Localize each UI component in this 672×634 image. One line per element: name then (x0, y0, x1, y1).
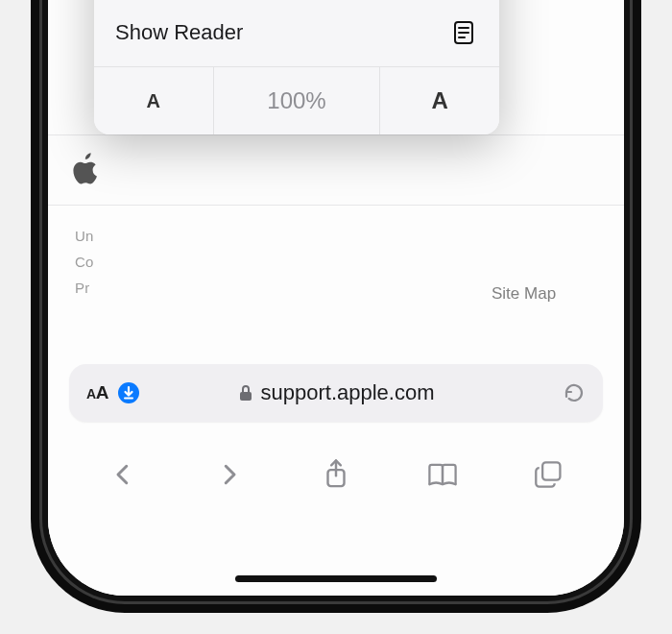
screen-viewport: Un Co Pr Site Map Show IP Address (48, 0, 624, 596)
iphone-device-frame: Un Co Pr Site Map Show IP Address (48, 0, 624, 596)
urlbar-area: AA support.apple.com (48, 360, 624, 437)
footer-link-text: Un (75, 223, 94, 249)
reload-button[interactable] (563, 381, 586, 404)
page-navbar (48, 134, 624, 206)
home-indicator[interactable] (235, 575, 437, 582)
menu-item-label: Show Reader (115, 20, 449, 45)
lock-icon (238, 383, 253, 402)
zoom-decrease-button[interactable]: A (94, 67, 214, 134)
download-indicator-icon[interactable] (118, 382, 139, 403)
back-button[interactable] (94, 451, 152, 498)
text-size-icon[interactable]: AA (86, 382, 108, 403)
site-map-link[interactable]: Site Map (492, 284, 556, 304)
menu-item-show-reader[interactable]: Show Reader (94, 0, 499, 67)
url-host: support.apple.com (69, 380, 603, 405)
zoom-controls: A 100% A (94, 67, 499, 134)
footer-link-text: Pr (75, 275, 94, 301)
svg-rect-15 (542, 462, 560, 479)
url-bar[interactable]: AA support.apple.com (69, 364, 603, 422)
url-host-text: support.apple.com (261, 380, 435, 405)
svg-rect-13 (240, 392, 252, 401)
bookmarks-button[interactable] (414, 451, 471, 498)
reader-icon (449, 18, 478, 47)
forward-button (201, 451, 258, 498)
zoom-level-display: 100% (214, 67, 381, 134)
apple-logo-icon (73, 153, 100, 185)
zoom-increase-button[interactable]: A (380, 67, 499, 134)
tabs-button[interactable] (520, 451, 578, 498)
footer-link-text: Co (75, 249, 94, 275)
page-settings-menu: Show IP Address Request Desktop Website (94, 0, 499, 134)
bottom-toolbar (48, 440, 624, 509)
share-button[interactable] (307, 451, 365, 498)
footer-links: Un Co Pr (75, 223, 94, 301)
